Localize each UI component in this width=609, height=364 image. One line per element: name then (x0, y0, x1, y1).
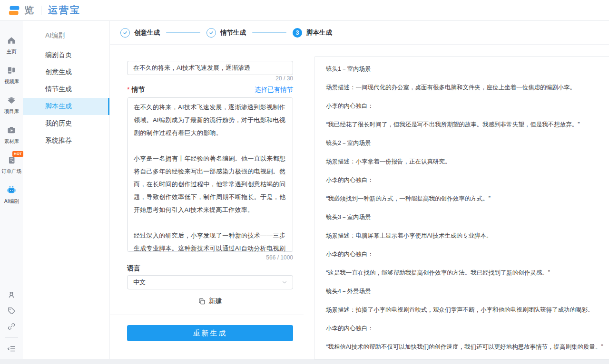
step-idea-generation[interactable]: 创意生成 (120, 28, 160, 38)
home-icon (6, 35, 17, 46)
menu-item-label: 脚本生成 (45, 102, 72, 111)
step-connector (252, 32, 286, 33)
select-existing-plot-link[interactable]: 选择已有情节 (255, 86, 293, 94)
step-number-badge: 3 (293, 28, 302, 38)
sidebar-item-my-history[interactable]: 我的历史 (23, 115, 109, 132)
script-shot-heading: 镜头4－外景场景 (326, 282, 598, 301)
logo-icon (9, 5, 20, 16)
rail-item-project-library[interactable]: 项目库 (4, 95, 20, 115)
regenerate-button[interactable]: 重新生成 (127, 325, 293, 341)
tag-icon[interactable] (7, 306, 16, 316)
script-scene-description: 场景描述：拍摄了小李的电视剧首映式，观众们掌声不断，小李和他的电视剧团队获得了成… (326, 301, 598, 319)
collapse-sidebar-icon[interactable] (7, 344, 16, 354)
rail-divider (5, 337, 18, 338)
menu-item-label: 创意生成 (45, 68, 72, 77)
plot-field-label: *情节 (127, 86, 145, 94)
new-button-label: 新建 (209, 297, 222, 306)
video-library-icon (6, 65, 17, 76)
order-plaza-icon: HOT (6, 155, 17, 165)
script-scene-description: 场景描述：电脑屏幕上显示着小李使用AI技术生成的专业脚本。 (326, 227, 598, 245)
menu-item-label: 情节生成 (45, 85, 72, 94)
rail-item-label: 视频库 (4, 78, 19, 85)
script-monologue-text: “我已经花了很长时间了，但我还是写不出我所期望的故事。我感到非常失望，但是我不想… (326, 115, 598, 134)
rail-item-video-library[interactable]: 视频库 (4, 65, 20, 85)
step-label: 情节生成 (220, 29, 246, 37)
form-divider (110, 315, 304, 315)
step-label: 创意生成 (134, 29, 160, 37)
step-script-generation[interactable]: 3 脚本生成 (293, 28, 332, 38)
script-output-panel: 镜头1－室内场景 场景描述：一间现代化的办公室，桌面有很多电脑和文件夹，座位上坐… (314, 56, 609, 360)
plot-label-text: 情节 (131, 86, 145, 93)
step-label: 脚本生成 (306, 29, 332, 37)
rail-item-label: 项目库 (4, 108, 19, 115)
ai-robot-icon (6, 185, 17, 195)
link-icon[interactable] (7, 322, 16, 331)
sidebar-item-system-recommend[interactable]: 系统推荐 (23, 132, 109, 149)
main-content: 创意生成 情节生成 3 脚本生成 在不久的将来，AI技术飞速发展，逐渐渗透 20… (110, 21, 609, 359)
language-select[interactable]: 中文 (127, 275, 293, 289)
step-check-icon (206, 28, 216, 38)
script-monologue-text: “我必须找到一种新的方式，一种能提高我的创作效率的方式。” (326, 190, 598, 208)
sidebar-title: AI编剧 (23, 21, 109, 47)
step-plot-generation[interactable]: 情节生成 (206, 28, 246, 38)
chevron-down-icon (281, 279, 288, 286)
rail-item-label: 素材库 (4, 138, 19, 144)
app-title: 运营宝 (48, 4, 81, 17)
script-monologue-label: 小李的内心独白： (326, 245, 598, 264)
step-check-icon (120, 28, 130, 38)
new-button[interactable]: 新建 (127, 295, 293, 307)
sidebar-item-idea-generation[interactable]: 创意生成 (23, 64, 109, 81)
required-asterisk: * (127, 86, 129, 93)
rail-item-label: 订单广场 (1, 168, 21, 174)
sidebar-item-home[interactable]: 编剧首页 (23, 47, 109, 64)
script-monologue-text: “这是我一直在找的，能够帮助我提高创作效率的方法。我已经找到了新的创作灵感。” (326, 264, 598, 282)
icon-rail: 主页 视频库 项目库 素材库 HOT 订单广场 AI编剧 (0, 21, 23, 359)
step-connector (166, 32, 200, 33)
title-char-counter: 20 / 30 (127, 75, 293, 82)
script-shot-heading: 镜头3－室内场景 (326, 208, 598, 227)
rail-item-label: AI编剧 (4, 198, 19, 204)
script-shot-heading: 镜头1－室内场景 (326, 60, 598, 78)
new-document-icon (198, 298, 206, 305)
plot-textarea[interactable]: 在不久的将来，AI技术飞速发展，逐渐渗透到影视制作领域。AI编剧成为了最新的流行… (127, 97, 293, 252)
sidebar-item-plot-generation[interactable]: 情节生成 (23, 81, 109, 98)
rail-item-ai-scriptwriter[interactable]: AI编剧 (4, 185, 19, 205)
script-shot-heading: 镜头2－室内场景 (326, 134, 598, 153)
menu-item-label: 系统推荐 (45, 136, 72, 145)
sidebar-menu: AI编剧 编剧首页 创意生成 情节生成 脚本生成 我的历史 系统推荐 (23, 21, 110, 359)
asset-library-icon (6, 125, 17, 135)
language-selected-value: 中文 (133, 278, 146, 287)
rail-item-asset-library[interactable]: 素材库 (4, 125, 20, 145)
script-monologue-text: “我相信AI技术的帮助不仅可以加快我们的创作速度，我们还可以更好地构思故事情节，… (326, 338, 598, 356)
contacts-icon[interactable] (7, 290, 16, 300)
menu-item-label: 我的历史 (45, 119, 72, 128)
script-monologue-label: 小李的内心独白： (326, 97, 598, 115)
app-logo: 览 运营宝 (9, 4, 81, 17)
project-library-icon (6, 95, 17, 105)
script-scene-description: 场景描述：一间现代化的办公室，桌面有很多电脑和文件夹，座位上坐着一位焦虑的编剧小… (326, 78, 598, 97)
script-monologue-label: 小李的内心独白： (326, 319, 598, 338)
sidebar-item-script-generation[interactable]: 脚本生成 (23, 98, 109, 115)
stepper: 创意生成 情节生成 3 脚本生成 (110, 21, 609, 45)
rail-item-order-plaza[interactable]: HOT 订单广场 (1, 155, 22, 175)
script-scene-description: 场景描述：小李拿着一份报告，正在认真研究。 (326, 153, 598, 171)
logo-char: 览 (24, 4, 34, 17)
language-label: 语言 (127, 264, 140, 273)
script-monologue-label: 小李的内心独白： (326, 171, 598, 190)
rail-bottom-tools (0, 290, 23, 354)
rail-item-home[interactable]: 主页 (6, 35, 17, 55)
rail-item-label: 主页 (7, 48, 17, 55)
logo-divider (41, 6, 41, 15)
title-input[interactable]: 在不久的将来，AI技术飞速发展，逐渐渗透 (127, 61, 293, 75)
plot-char-counter: 566 / 1000 (127, 254, 293, 261)
menu-item-label: 编剧首页 (45, 51, 72, 59)
hot-badge: HOT (12, 151, 23, 157)
app-header: 览 运营宝 (0, 0, 609, 21)
